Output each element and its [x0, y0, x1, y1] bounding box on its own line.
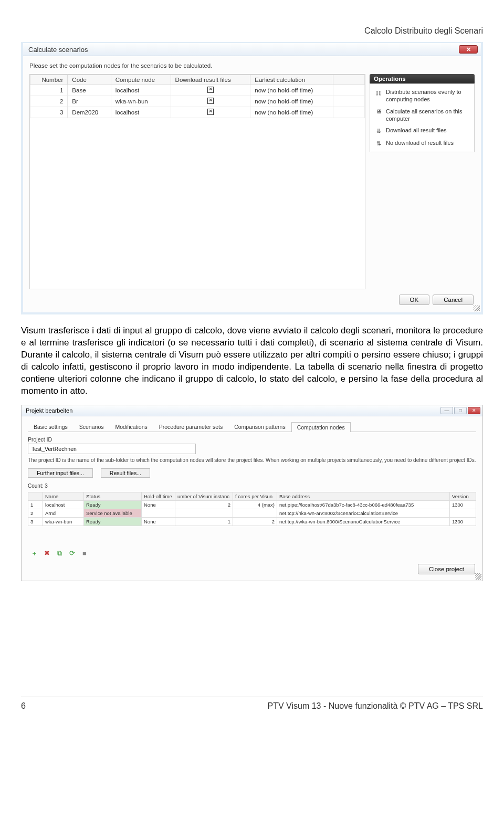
col-node: Compute node [111, 75, 171, 85]
op-download-all[interactable]: ⇊ Download all result files [370, 124, 474, 137]
scenarios-table: Number Code Compute node Download result… [29, 74, 365, 289]
project-id-hint: The project ID is the name of the sub-fo… [28, 457, 476, 463]
body-paragraph: Visum trasferisce i dati di input al gru… [21, 325, 483, 397]
page-footer: 6 PTV Visum 13 - Nuove funzionalità © PT… [21, 697, 483, 711]
project-id-input[interactable] [28, 444, 196, 454]
op-label: Calculate all scenarios on this computer [386, 108, 470, 123]
col-number: Number [30, 75, 68, 85]
cancel-button[interactable]: Cancel [433, 295, 474, 305]
tab-basic-settings[interactable]: Basic settings [28, 422, 74, 432]
result-files-button[interactable]: Result files... [101, 468, 150, 478]
calculate-scenarios-dialog: Calculate scenarios ✕ Please set the com… [21, 42, 483, 314]
maximize-icon[interactable]: □ [454, 407, 467, 414]
table-row[interactable]: 3 Dem2020 localhost now (no hold-off tim… [30, 107, 365, 118]
duplicate-icon[interactable]: ⧉ [55, 549, 64, 558]
stop-icon[interactable]: ■ [80, 549, 89, 558]
table-row[interactable]: 1 Base localhost now (no hold-off time) [30, 85, 365, 96]
resize-grip-icon[interactable] [474, 305, 480, 311]
project-edit-dialog: Projekt bearbeiten — □ ✕ Basic settings … [21, 405, 483, 581]
project-id-label: Project ID [28, 436, 476, 443]
ok-button[interactable]: OK [399, 295, 430, 305]
download-all-icon: ⇊ [374, 127, 383, 135]
table-row[interactable]: 1 localhost Ready None 2 4 (max) net.pip… [28, 500, 476, 509]
titlebar: Projekt bearbeiten — □ ✕ [22, 405, 482, 416]
refresh-icon[interactable]: ⟳ [68, 549, 76, 558]
table-row[interactable]: 2 Br wka-wn-bun now (no hold-off time) [30, 96, 365, 107]
close-icon[interactable]: ✕ [459, 45, 478, 54]
tab-procedure-sets[interactable]: Procedure parameter sets [153, 422, 228, 432]
add-icon[interactable]: ＋ [30, 549, 38, 558]
remove-icon[interactable]: ✖ [43, 549, 51, 558]
distribute-icon: ▯▯ [374, 88, 383, 97]
further-input-button[interactable]: Further input files... [28, 468, 93, 478]
tab-computation-nodes[interactable]: Computation nodes [291, 422, 351, 432]
no-download-icon: ⇅ [374, 139, 383, 148]
close-project-button[interactable]: Close project [418, 564, 475, 574]
minimize-icon[interactable]: — [440, 407, 453, 414]
close-icon[interactable]: ✕ [468, 407, 480, 414]
instruction-text: Please set the computation nodes for the… [29, 62, 475, 69]
tabs: Basic settings Scenarios Modifications P… [28, 422, 476, 432]
download-checkbox[interactable] [171, 85, 250, 96]
resize-grip-icon[interactable] [475, 573, 481, 580]
download-checkbox[interactable] [171, 107, 250, 118]
status-badge: Service not available [84, 509, 142, 517]
tab-modifications[interactable]: Modifications [109, 422, 153, 432]
status-badge: Ready [84, 517, 142, 526]
col-download: Download result files [171, 75, 250, 85]
titlebar: Calculate scenarios ✕ [23, 43, 481, 56]
operations-panel: Operations ▯▯ Distribute scenarios evenl… [370, 74, 475, 289]
tab-comparison-patterns[interactable]: Comparison patterns [228, 422, 291, 432]
page-number: 6 [21, 701, 26, 711]
download-checkbox[interactable] [171, 96, 250, 107]
table-row[interactable]: 2 Arnd Service not available net.tcp://n… [28, 509, 476, 517]
computer-icon: 🖥 [374, 108, 383, 116]
nodes-table: Name Status Hold-off time umber of Visum… [28, 492, 476, 526]
count-label: Count: 3 [28, 483, 476, 489]
op-distribute-evenly[interactable]: ▯▯ Distribute scenarios evenly to comput… [370, 86, 474, 106]
toolbar: ＋ ✖ ⧉ ⟳ ■ [28, 547, 476, 560]
operations-header: Operations [370, 74, 475, 83]
col-code: Code [68, 75, 111, 85]
page-header: Calcolo Distribuito degli Scenari [21, 26, 483, 36]
status-badge: Ready [84, 500, 142, 509]
op-label: Download all result files [386, 127, 447, 134]
op-label: Distribute scenarios evenly to computing… [386, 88, 470, 103]
op-label: No download of result files [386, 139, 454, 146]
dialog-title: Calculate scenarios [26, 46, 88, 54]
col-earliest: Earliest calculation [250, 75, 333, 85]
table-row[interactable]: 3 wka-wn-bun Ready None 1 2 net.tcp://wk… [28, 517, 476, 526]
op-calc-this-computer[interactable]: 🖥 Calculate all scenarios on this comput… [370, 106, 474, 125]
dialog-title: Projekt bearbeiten [24, 407, 72, 414]
footer-text: PTV Visum 13 - Nuove funzionalità © PTV … [268, 701, 484, 711]
tab-scenarios[interactable]: Scenarios [74, 422, 110, 432]
op-no-download[interactable]: ⇅ No download of result files [370, 137, 474, 150]
